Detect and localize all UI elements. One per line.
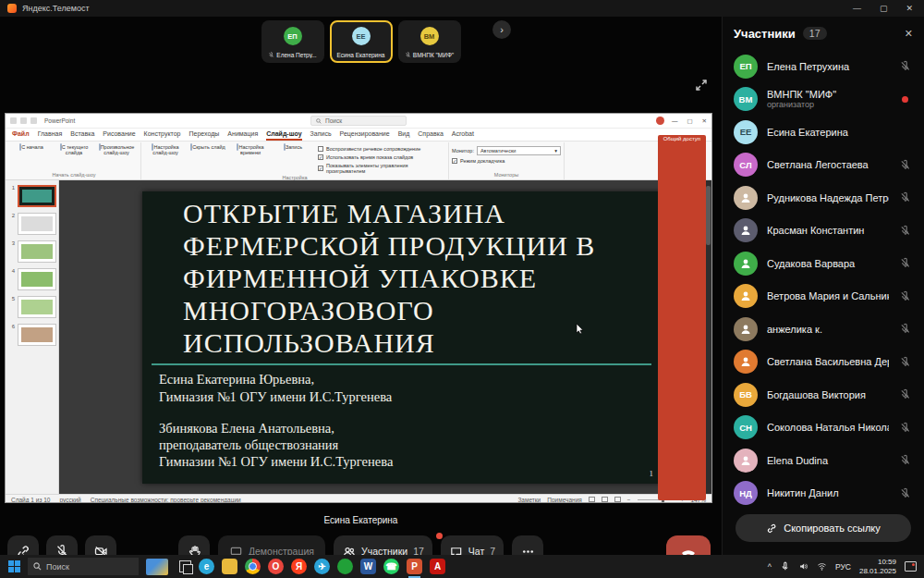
- participant-row[interactable]: НД Никитин Данил: [723, 477, 924, 506]
- ribbon-tab[interactable]: Вставка: [70, 130, 94, 141]
- video-tile[interactable]: ВМ ВМНПК "МИФ": [398, 20, 461, 63]
- slide-thumbnail[interactable]: 4: [9, 268, 58, 290]
- chrome-icon[interactable]: [245, 559, 261, 574]
- slide-thumbnail[interactable]: 3: [9, 240, 58, 263]
- ribbon-button[interactable]: Запись: [272, 142, 314, 155]
- panel-close-icon[interactable]: ✕: [905, 28, 913, 40]
- normal-view-icon[interactable]: [589, 497, 595, 502]
- slide-sorter-icon[interactable]: [602, 497, 608, 502]
- video-tile[interactable]: ЕЕ Есина Екатерина: [330, 20, 393, 63]
- copy-invite-link-button[interactable]: Скопировать ссылку: [736, 514, 911, 542]
- ribbon-tab[interactable]: Конструктор: [144, 130, 181, 141]
- expand-screen-icon[interactable]: [694, 78, 709, 92]
- ribbon-button[interactable]: Настройка времени: [229, 142, 272, 155]
- ppt-minimize-button[interactable]: —: [672, 117, 678, 125]
- notification-center-icon[interactable]: [905, 561, 917, 572]
- zoom-out-button[interactable]: −: [627, 497, 631, 503]
- language-indicator[interactable]: русский: [59, 497, 80, 503]
- undo-icon[interactable]: [30, 117, 37, 124]
- avatar: БВ: [734, 383, 758, 407]
- vertical-scrollbar[interactable]: [705, 180, 711, 494]
- yandex-browser-icon[interactable]: Я: [291, 559, 307, 574]
- autosave-icon[interactable]: [10, 117, 17, 124]
- powerpoint-icon[interactable]: P: [407, 559, 422, 574]
- participant-row[interactable]: СЛ Светлана Легостаева: [723, 149, 924, 182]
- tray-expand-icon[interactable]: ^: [768, 562, 772, 572]
- participant-row[interactable]: Ветрова Мария и Сальнико...: [723, 280, 924, 314]
- word-icon[interactable]: W: [360, 559, 376, 574]
- taskbar-search-input[interactable]: Поиск: [28, 558, 139, 575]
- notes-button[interactable]: Заметки: [517, 497, 541, 503]
- ribbon-button[interactable]: Настройка слайд-шоу: [144, 142, 187, 155]
- monitor-dropdown[interactable]: Автоматически ▾: [477, 146, 561, 155]
- ribbon-button[interactable]: С начала: [10, 142, 53, 150]
- chat-notification-dot: [436, 533, 443, 539]
- ppt-share-button[interactable]: Общий доступ: [658, 135, 706, 500]
- telegram-icon[interactable]: ✈: [314, 559, 330, 574]
- more-tiles-button[interactable]: ›: [492, 20, 511, 39]
- taskbar-clock[interactable]: 10:59 28.01.2025: [859, 558, 896, 574]
- account-avatar[interactable]: [656, 117, 664, 125]
- slide-thumbnail[interactable]: 2: [9, 213, 58, 235]
- ribbon-tab[interactable]: Запись: [310, 130, 332, 141]
- explorer-icon[interactable]: [222, 559, 237, 574]
- ribbon-tab[interactable]: Анимация: [227, 130, 258, 141]
- video-tile[interactable]: ЕП Елена Петру...: [261, 20, 324, 63]
- start-button[interactable]: [0, 560, 28, 572]
- ribbon-tab[interactable]: Рисование: [103, 130, 135, 141]
- news-widget-icon[interactable]: [146, 559, 168, 575]
- participant-row[interactable]: Судакова Варвара: [723, 247, 924, 280]
- participant-row[interactable]: анжелика к.: [723, 313, 924, 346]
- whatsapp-icon[interactable]: ☎: [383, 559, 399, 574]
- slide-thumbnail[interactable]: 6: [9, 324, 58, 346]
- edge-icon[interactable]: e: [199, 559, 214, 574]
- participant-row[interactable]: Elena Dudina: [723, 444, 924, 477]
- ribbon-group-label: Мониторы: [452, 171, 561, 179]
- ribbon-checkbox[interactable]: ✓ Воспроизвести речевое сопровождение: [318, 146, 442, 152]
- slideshow-view-icon[interactable]: [614, 497, 621, 502]
- participant-row[interactable]: Светлана Васильевна Дереп...: [723, 346, 924, 379]
- ribbon-tab[interactable]: Переходы: [189, 130, 220, 141]
- sber-icon[interactable]: [337, 559, 353, 574]
- ribbon-button[interactable]: Скрыть слайд: [187, 142, 229, 155]
- accessibility-check[interactable]: Специальные возможности: проверьте реком…: [91, 497, 241, 503]
- ribbon-button[interactable]: С текущего слайда: [53, 142, 95, 155]
- ribbon-checkbox[interactable]: ✓ Использовать время показа слайдов: [318, 154, 442, 160]
- opera-icon[interactable]: O: [268, 559, 284, 574]
- ppt-maximize-button[interactable]: ▢: [687, 117, 692, 125]
- close-button[interactable]: ✕: [906, 4, 913, 13]
- slide-thumbnail[interactable]: 5: [9, 296, 58, 318]
- minimize-button[interactable]: —: [853, 4, 861, 13]
- participant-row[interactable]: Красман Константин: [723, 215, 924, 248]
- participant-row[interactable]: Рудникова Надежда Петров...: [723, 181, 924, 215]
- tray-volume-icon[interactable]: [798, 561, 808, 572]
- language-switcher[interactable]: РУС: [835, 562, 851, 572]
- comments-button[interactable]: Примечания: [547, 497, 582, 503]
- save-icon[interactable]: [20, 117, 27, 124]
- ribbon-tab[interactable]: Рецензирование: [340, 130, 390, 141]
- participant-row[interactable]: ЕП Елена Петрухина: [723, 50, 924, 83]
- ribbon-tab[interactable]: Acrobat: [452, 130, 474, 141]
- ribbon-tab[interactable]: Файл: [12, 130, 30, 141]
- presenter-mode-checkbox[interactable]: ✓ Режим докладчика: [452, 158, 561, 164]
- ribbon-tab[interactable]: Вид: [398, 130, 410, 141]
- ribbon-tab[interactable]: Справка: [418, 130, 443, 141]
- ppt-close-button[interactable]: ✕: [702, 117, 707, 125]
- ribbon-button[interactable]: Произвольное слайд-шоу: [95, 142, 138, 155]
- participant-row[interactable]: БВ Богдашова Виктория: [723, 378, 924, 412]
- participant-row[interactable]: ЕЕ Есина Екатерина: [723, 116, 924, 149]
- slide-thumbnail[interactable]: 1: [9, 185, 58, 207]
- maximize-button[interactable]: ▢: [880, 4, 888, 13]
- avatar: ВМ: [420, 27, 439, 45]
- tray-network-icon[interactable]: [817, 561, 827, 572]
- tray-mic-icon[interactable]: [780, 561, 790, 572]
- acrobat-icon[interactable]: A: [430, 559, 445, 574]
- mic-muted-icon: [899, 388, 911, 400]
- participant-row[interactable]: ВМ ВМНПК "МИФ" организатор: [723, 83, 924, 117]
- participant-row[interactable]: СН Соколова Наталья Николаев...: [723, 412, 924, 445]
- ribbon-checkbox[interactable]: ✓ Показывать элементы управления проигры…: [318, 163, 442, 174]
- ribbon-tab[interactable]: Слайд-шоу: [266, 130, 301, 141]
- ppt-search-input[interactable]: Поиск: [310, 116, 407, 126]
- task-view-icon[interactable]: [179, 560, 191, 572]
- ribbon-tab[interactable]: Главная: [38, 130, 63, 141]
